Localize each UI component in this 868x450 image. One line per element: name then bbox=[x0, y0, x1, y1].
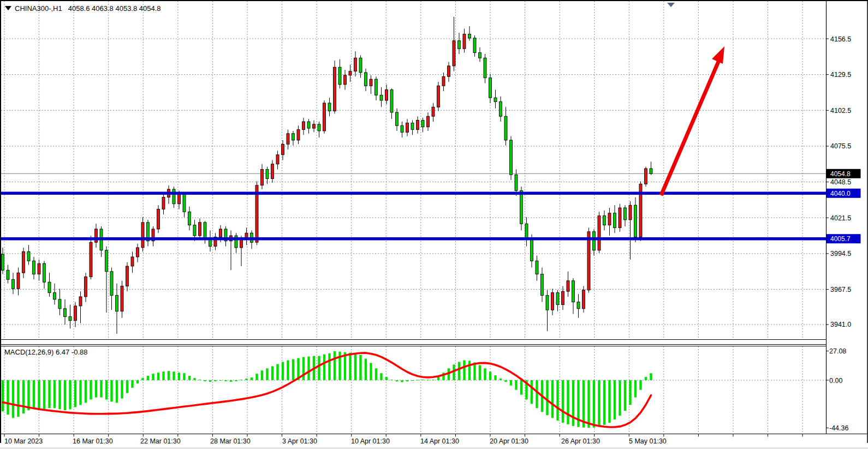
candle bbox=[582, 286, 585, 313]
price-tick-label: 3941.0 bbox=[830, 321, 851, 328]
price-tick-label: 3994.5 bbox=[830, 250, 851, 257]
time-tick-label: 10 Apr 01:30 bbox=[351, 437, 390, 445]
time-tick-label: 16 Mar 01:30 bbox=[73, 437, 113, 445]
time-tick-label: 22 Mar 01:30 bbox=[140, 437, 181, 445]
candle bbox=[141, 217, 144, 251]
time-tick-label: 3 Apr 01:30 bbox=[282, 437, 317, 445]
macd-tick-label: 27.08 bbox=[829, 347, 846, 355]
macd-indicator-label: MACD(12,26,9) 6.47 -0.88 bbox=[4, 348, 87, 356]
candle bbox=[619, 204, 621, 232]
candle bbox=[645, 167, 647, 187]
price-tick-label: 3967.5 bbox=[830, 286, 851, 293]
time-tick-label: 14 Apr 01:30 bbox=[420, 437, 459, 445]
time-tick-label: 28 Mar 01:30 bbox=[210, 437, 251, 445]
hline-price-box: 4005.7 bbox=[830, 235, 851, 243]
candle bbox=[598, 212, 601, 253]
symbol-timeframe-label: CHINA300-,H1 bbox=[15, 4, 62, 13]
time-tick-label: 10 Mar 2023 bbox=[4, 437, 43, 445]
candle bbox=[90, 236, 92, 279]
price-tick-label: 4075.5 bbox=[830, 142, 851, 150]
candle bbox=[334, 61, 336, 113]
price-tick-label: 4129.5 bbox=[830, 71, 851, 79]
last-price-box: 4054.8 bbox=[830, 170, 851, 178]
candle bbox=[639, 181, 642, 241]
price-pane[interactable] bbox=[1, 1, 826, 339]
candle bbox=[323, 100, 326, 134]
ohlc-readout: 4058.6 4063.8 4053.8 4054.8 bbox=[68, 4, 161, 13]
price-tick-label: 4156.5 bbox=[830, 35, 851, 43]
price-tick-label: 4021.5 bbox=[830, 214, 851, 222]
price-tick-label: 4102.5 bbox=[830, 107, 851, 115]
macd-tick-label: 0.00 bbox=[829, 377, 842, 385]
candle bbox=[510, 136, 513, 180]
candle bbox=[255, 181, 258, 245]
candle bbox=[157, 205, 160, 233]
chart-title: CHINA300-,H14058.6 4063.8 4053.8 4054.8 bbox=[5, 4, 161, 13]
macd-pane[interactable] bbox=[1, 345, 826, 434]
time-tick-label: 26 Apr 01:30 bbox=[561, 437, 600, 445]
mt4-chart-window: 4156.54129.54102.54075.54048.54021.53994… bbox=[0, 0, 868, 450]
hline-price-box: 4040.0 bbox=[830, 190, 851, 197]
title-text: CHINA300-,H14058.6 4063.8 4053.8 4054.8 bbox=[15, 4, 161, 13]
time-tick-label: 5 May 01:30 bbox=[629, 437, 667, 445]
price-tick-label: 4048.5 bbox=[830, 178, 851, 186]
macd-tick-label: -44.36 bbox=[829, 424, 848, 432]
time-tick-label: 20 Apr 01:30 bbox=[490, 437, 528, 445]
candle bbox=[437, 82, 440, 111]
